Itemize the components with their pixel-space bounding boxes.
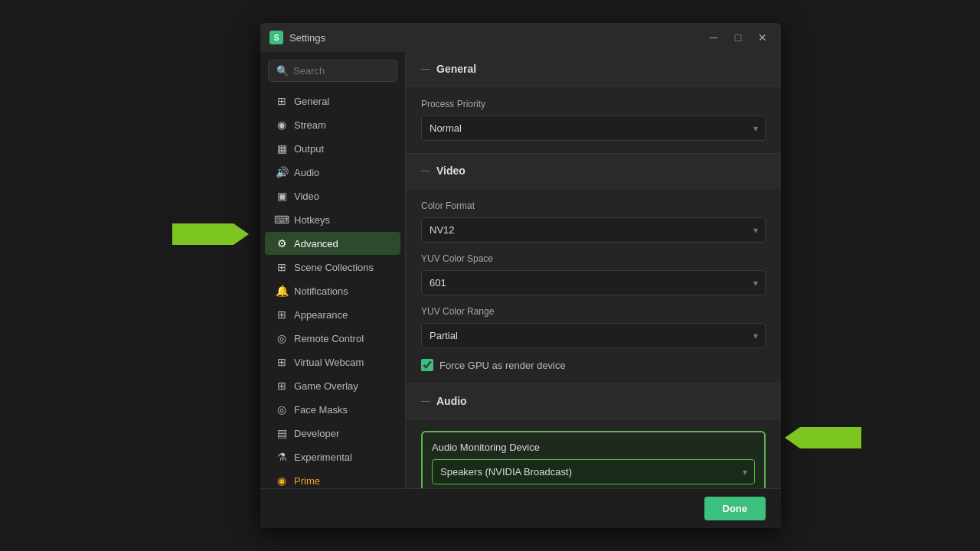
titlebar: S Settings ─ □ ✕: [260, 23, 781, 52]
maximize-button[interactable]: □: [729, 28, 747, 47]
color-format-label: Color Format: [421, 201, 766, 211]
stream-icon: ◉: [276, 119, 288, 131]
color-format-select[interactable]: NV12 I420 I444 RGB: [421, 217, 766, 243]
audio-section-header: — Audio: [406, 384, 781, 419]
process-priority-label: Process Priority: [421, 99, 766, 109]
audio-monitoring-select-wrapper: Speakers (NVIDIA Broadcast) Default ▾: [432, 459, 755, 484]
sidebar-label-output: Output: [294, 143, 324, 155]
general-section-header: — General: [406, 52, 781, 86]
sidebar-label-face-masks: Face Masks: [294, 404, 348, 416]
general-collapse-icon[interactable]: —: [421, 64, 430, 74]
experimental-icon: ⚗: [276, 451, 288, 463]
video-collapse-icon[interactable]: —: [421, 165, 430, 176]
settings-main: — General Process Priority Normal Above …: [406, 52, 781, 488]
yuv-color-range-select[interactable]: Partial Full: [421, 323, 766, 348]
audio-section-body: Audio Monitoring Device Speakers (NVIDIA…: [406, 419, 781, 488]
minimize-button[interactable]: ─: [704, 28, 723, 47]
yuv-color-space-select[interactable]: 601 709 sRGB: [421, 270, 766, 295]
yuv-color-range-select-wrapper: Partial Full ▾: [421, 323, 766, 348]
audio-section-title: Audio: [436, 395, 467, 407]
audio-icon: 🔊: [276, 166, 288, 178]
app-icon: S: [270, 31, 283, 44]
advanced-icon: ⚙: [276, 237, 288, 249]
sidebar-label-video: Video: [294, 191, 319, 202]
sidebar-label-prime: Prime: [294, 475, 320, 487]
virtual-webcam-icon: ⊞: [276, 356, 288, 368]
prime-icon: ◉: [276, 474, 288, 487]
face-masks-icon: ◎: [276, 403, 288, 416]
color-format-field: Color Format NV12 I420 I444 RGB ▾: [421, 201, 766, 243]
sidebar-item-virtual-webcam[interactable]: ⊞ Virtual Webcam: [265, 350, 400, 373]
sidebar-item-audio[interactable]: 🔊 Audio: [265, 161, 400, 184]
notifications-icon: 🔔: [276, 285, 288, 297]
sidebar-item-notifications[interactable]: 🔔 Notifications: [265, 279, 400, 302]
sidebar-item-experimental[interactable]: ⚗ Experimental: [265, 445, 400, 468]
sidebar-label-notifications: Notifications: [294, 285, 348, 297]
general-section-title: General: [436, 63, 476, 75]
process-priority-select[interactable]: Normal Above Normal High Realtime Below …: [421, 116, 766, 141]
sidebar-label-advanced: Advanced: [294, 238, 338, 249]
force-gpu-checkbox[interactable]: [421, 359, 433, 371]
general-section-body: Process Priority Normal Above Normal Hig…: [406, 86, 781, 154]
force-gpu-row: Force GPU as render device: [421, 359, 766, 371]
yuv-color-space-field: YUV Color Space 601 709 sRGB ▾: [421, 253, 766, 295]
scene-collections-icon: ⊞: [276, 261, 288, 273]
sidebar-label-remote-control: Remote Control: [294, 333, 364, 344]
sidebar-label-virtual-webcam: Virtual Webcam: [294, 357, 364, 368]
audio-section: — Audio Audio Monitoring Device Speakers…: [406, 384, 781, 488]
sidebar-item-remote-control[interactable]: ◎ Remote Control: [265, 327, 400, 350]
sidebar: 🔍 ⊞ General ◉ Stream ▦ Output 🔊 Audio ▣: [260, 52, 406, 488]
sidebar-item-prime[interactable]: ◉ Prime: [265, 469, 400, 488]
audio-monitoring-label: Audio Monitoring Device: [432, 442, 755, 453]
appearance-icon: ⊞: [276, 308, 288, 321]
audio-monitoring-select[interactable]: Speakers (NVIDIA Broadcast) Default: [432, 459, 755, 484]
audio-collapse-icon[interactable]: —: [421, 396, 430, 406]
sidebar-label-stream: Stream: [294, 119, 326, 131]
yuv-color-space-select-wrapper: 601 709 sRGB ▾: [421, 270, 766, 295]
process-priority-select-wrapper: Normal Above Normal High Realtime Below …: [421, 116, 766, 141]
sidebar-item-stream[interactable]: ◉ Stream: [265, 113, 400, 136]
sidebar-label-game-overlay: Game Overlay: [294, 380, 358, 392]
video-section-title: Video: [436, 165, 466, 177]
process-priority-field: Process Priority Normal Above Normal Hig…: [421, 99, 766, 141]
sidebar-label-developer: Developer: [294, 428, 339, 439]
video-section-header: — Video: [406, 154, 781, 188]
sidebar-item-advanced[interactable]: ⚙ Advanced: [265, 232, 400, 255]
sidebar-item-scene-collections[interactable]: ⊞ Scene Collections: [265, 256, 400, 279]
general-section: — General Process Priority Normal Above …: [406, 52, 781, 154]
sidebar-label-hotkeys: Hotkeys: [294, 214, 330, 226]
sidebar-label-experimental: Experimental: [294, 452, 352, 463]
remote-control-icon: ◎: [276, 332, 288, 344]
sidebar-item-face-masks[interactable]: ◎ Face Masks: [265, 398, 400, 421]
yuv-color-space-label: YUV Color Space: [421, 253, 766, 264]
video-section-body: Color Format NV12 I420 I444 RGB ▾: [406, 188, 781, 384]
general-icon: ⊞: [276, 95, 288, 107]
window-controls: ─ □ ✕: [704, 28, 772, 47]
footer: Done: [260, 488, 781, 528]
yuv-color-range-label: YUV Color Range: [421, 306, 766, 317]
sidebar-item-developer[interactable]: ▤ Developer: [265, 422, 400, 445]
yuv-color-range-field: YUV Color Range Partial Full ▾: [421, 306, 766, 348]
done-button[interactable]: Done: [704, 497, 766, 520]
sidebar-item-output[interactable]: ▦ Output: [265, 137, 400, 160]
sidebar-label-general: General: [294, 96, 329, 107]
sidebar-item-general[interactable]: ⊞ General: [265, 90, 400, 112]
sidebar-label-audio: Audio: [294, 167, 319, 178]
search-box[interactable]: 🔍: [268, 60, 397, 82]
output-icon: ▦: [276, 142, 288, 155]
search-icon: 🔍: [276, 65, 289, 77]
sidebar-label-appearance: Appearance: [294, 309, 348, 321]
hotkeys-icon: ⌨: [276, 214, 288, 226]
close-button[interactable]: ✕: [753, 28, 772, 47]
sidebar-item-game-overlay[interactable]: ⊞ Game Overlay: [265, 374, 400, 397]
game-overlay-icon: ⊞: [276, 380, 288, 392]
search-input[interactable]: [293, 65, 389, 77]
force-gpu-label[interactable]: Force GPU as render device: [439, 360, 566, 371]
sidebar-item-appearance[interactable]: ⊞ Appearance: [265, 303, 400, 326]
sidebar-item-hotkeys[interactable]: ⌨ Hotkeys: [265, 208, 400, 231]
sidebar-item-video[interactable]: ▣ Video: [265, 184, 400, 207]
developer-icon: ▤: [276, 427, 288, 439]
sidebar-label-scene-collections: Scene Collections: [294, 262, 374, 273]
color-format-select-wrapper: NV12 I420 I444 RGB ▾: [421, 217, 766, 243]
video-icon: ▣: [276, 190, 288, 202]
